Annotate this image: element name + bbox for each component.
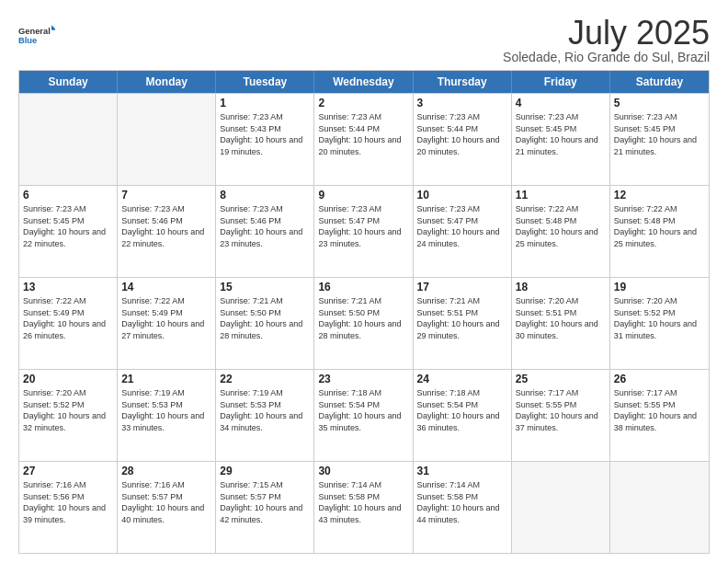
calendar-header: Sunday Monday Tuesday Wednesday Thursday…	[19, 71, 709, 93]
day-number: 7	[121, 189, 211, 201]
day-number: 25	[516, 373, 606, 385]
calendar-body: 1 Sunrise: 7:23 AMSunset: 5:43 PMDayligh…	[19, 93, 709, 553]
day-number: 6	[23, 189, 113, 201]
logo-svg: General Blue	[18, 17, 55, 53]
table-row: 24 Sunrise: 7:18 AMSunset: 5:54 PMDaylig…	[414, 370, 512, 461]
col-thursday: Thursday	[414, 71, 512, 93]
day-info: Sunrise: 7:23 AMSunset: 5:45 PMDaylight:…	[516, 111, 606, 157]
day-number: 23	[318, 373, 408, 385]
day-number: 16	[318, 281, 408, 293]
svg-text:Blue: Blue	[18, 36, 37, 45]
col-tuesday: Tuesday	[216, 71, 314, 93]
logo: General Blue	[18, 17, 55, 53]
day-info: Sunrise: 7:23 AMSunset: 5:44 PMDaylight:…	[417, 111, 507, 157]
table-row: 30 Sunrise: 7:14 AMSunset: 5:58 PMDaylig…	[314, 462, 413, 553]
table-row: 31 Sunrise: 7:14 AMSunset: 5:58 PMDaylig…	[414, 462, 512, 553]
day-info: Sunrise: 7:19 AMSunset: 5:53 PMDaylight:…	[121, 387, 211, 433]
day-number: 5	[614, 97, 705, 109]
day-number: 3	[417, 97, 507, 109]
table-row: 28 Sunrise: 7:16 AMSunset: 5:57 PMDaylig…	[118, 462, 216, 553]
table-row: 3 Sunrise: 7:23 AMSunset: 5:44 PMDayligh…	[414, 94, 512, 185]
day-info: Sunrise: 7:23 AMSunset: 5:47 PMDaylight:…	[417, 203, 507, 249]
day-number: 22	[220, 373, 310, 385]
day-info: Sunrise: 7:23 AMSunset: 5:43 PMDaylight:…	[220, 111, 310, 157]
week-row-3: 13 Sunrise: 7:22 AMSunset: 5:49 PMDaylig…	[19, 277, 709, 369]
table-row: 22 Sunrise: 7:19 AMSunset: 5:53 PMDaylig…	[216, 370, 314, 461]
day-info: Sunrise: 7:16 AMSunset: 5:57 PMDaylight:…	[121, 479, 211, 525]
day-info: Sunrise: 7:17 AMSunset: 5:55 PMDaylight:…	[614, 387, 705, 433]
week-row-2: 6 Sunrise: 7:23 AMSunset: 5:45 PMDayligh…	[19, 185, 709, 277]
day-number: 4	[516, 97, 606, 109]
table-row: 1 Sunrise: 7:23 AMSunset: 5:43 PMDayligh…	[216, 94, 314, 185]
month-title: July 2025	[503, 17, 710, 50]
svg-marker-2	[51, 25, 55, 29]
day-info: Sunrise: 7:17 AMSunset: 5:55 PMDaylight:…	[516, 387, 606, 433]
table-row: 8 Sunrise: 7:23 AMSunset: 5:46 PMDayligh…	[216, 186, 314, 277]
table-row: 15 Sunrise: 7:21 AMSunset: 5:50 PMDaylig…	[216, 278, 314, 369]
table-row: 23 Sunrise: 7:18 AMSunset: 5:54 PMDaylig…	[314, 370, 413, 461]
day-info: Sunrise: 7:15 AMSunset: 5:57 PMDaylight:…	[220, 479, 310, 525]
day-info: Sunrise: 7:23 AMSunset: 5:44 PMDaylight:…	[318, 111, 408, 157]
table-row: 13 Sunrise: 7:22 AMSunset: 5:49 PMDaylig…	[19, 278, 118, 369]
day-info: Sunrise: 7:23 AMSunset: 5:46 PMDaylight:…	[121, 203, 211, 249]
table-row: 20 Sunrise: 7:20 AMSunset: 5:52 PMDaylig…	[19, 370, 118, 461]
table-row: 4 Sunrise: 7:23 AMSunset: 5:45 PMDayligh…	[512, 94, 610, 185]
table-row: 7 Sunrise: 7:23 AMSunset: 5:46 PMDayligh…	[118, 186, 216, 277]
day-number: 17	[417, 281, 507, 293]
day-info: Sunrise: 7:14 AMSunset: 5:58 PMDaylight:…	[417, 479, 507, 525]
day-info: Sunrise: 7:16 AMSunset: 5:56 PMDaylight:…	[23, 479, 113, 525]
table-row: 2 Sunrise: 7:23 AMSunset: 5:44 PMDayligh…	[314, 94, 413, 185]
day-number: 20	[23, 373, 113, 385]
day-number: 28	[121, 465, 211, 477]
day-number: 13	[23, 281, 113, 293]
table-row: 19 Sunrise: 7:20 AMSunset: 5:52 PMDaylig…	[610, 278, 709, 369]
day-number: 11	[516, 189, 606, 201]
week-row-5: 27 Sunrise: 7:16 AMSunset: 5:56 PMDaylig…	[19, 461, 709, 553]
table-row: 12 Sunrise: 7:22 AMSunset: 5:48 PMDaylig…	[610, 186, 709, 277]
day-info: Sunrise: 7:22 AMSunset: 5:48 PMDaylight:…	[516, 203, 606, 249]
table-row: 27 Sunrise: 7:16 AMSunset: 5:56 PMDaylig…	[19, 462, 118, 553]
table-row: 11 Sunrise: 7:22 AMSunset: 5:48 PMDaylig…	[512, 186, 610, 277]
week-row-4: 20 Sunrise: 7:20 AMSunset: 5:52 PMDaylig…	[19, 369, 709, 461]
table-row: 10 Sunrise: 7:23 AMSunset: 5:47 PMDaylig…	[414, 186, 512, 277]
day-number: 19	[614, 281, 705, 293]
day-info: Sunrise: 7:23 AMSunset: 5:46 PMDaylight:…	[220, 203, 310, 249]
table-row: 26 Sunrise: 7:17 AMSunset: 5:55 PMDaylig…	[610, 370, 709, 461]
day-number: 31	[417, 465, 507, 477]
day-info: Sunrise: 7:18 AMSunset: 5:54 PMDaylight:…	[318, 387, 408, 433]
day-info: Sunrise: 7:18 AMSunset: 5:54 PMDaylight:…	[417, 387, 507, 433]
day-info: Sunrise: 7:14 AMSunset: 5:58 PMDaylight:…	[318, 479, 408, 525]
day-number: 27	[23, 465, 113, 477]
day-info: Sunrise: 7:23 AMSunset: 5:45 PMDaylight:…	[614, 111, 705, 157]
day-number: 26	[614, 373, 705, 385]
day-number: 24	[417, 373, 507, 385]
day-number: 9	[318, 189, 408, 201]
day-number: 12	[614, 189, 705, 201]
table-row: 9 Sunrise: 7:23 AMSunset: 5:47 PMDayligh…	[314, 186, 413, 277]
day-number: 21	[121, 373, 211, 385]
day-info: Sunrise: 7:21 AMSunset: 5:50 PMDaylight:…	[318, 295, 408, 341]
day-info: Sunrise: 7:21 AMSunset: 5:50 PMDaylight:…	[220, 295, 310, 341]
page-header: General Blue July 2025 Soledade, Rio Gra…	[18, 17, 710, 64]
day-info: Sunrise: 7:20 AMSunset: 5:51 PMDaylight:…	[516, 295, 606, 341]
day-number: 18	[516, 281, 606, 293]
day-number: 14	[121, 281, 211, 293]
table-row	[610, 462, 709, 553]
day-number: 1	[220, 97, 310, 109]
calendar: Sunday Monday Tuesday Wednesday Thursday…	[18, 70, 710, 554]
table-row: 16 Sunrise: 7:21 AMSunset: 5:50 PMDaylig…	[314, 278, 413, 369]
table-row	[118, 94, 216, 185]
day-number: 29	[220, 465, 310, 477]
day-info: Sunrise: 7:22 AMSunset: 5:49 PMDaylight:…	[23, 295, 113, 341]
table-row: 18 Sunrise: 7:20 AMSunset: 5:51 PMDaylig…	[512, 278, 610, 369]
table-row: 6 Sunrise: 7:23 AMSunset: 5:45 PMDayligh…	[19, 186, 118, 277]
day-number: 15	[220, 281, 310, 293]
week-row-1: 1 Sunrise: 7:23 AMSunset: 5:43 PMDayligh…	[19, 93, 709, 185]
day-info: Sunrise: 7:23 AMSunset: 5:47 PMDaylight:…	[318, 203, 408, 249]
day-info: Sunrise: 7:22 AMSunset: 5:48 PMDaylight:…	[614, 203, 705, 249]
col-sunday: Sunday	[19, 71, 118, 93]
day-info: Sunrise: 7:22 AMSunset: 5:49 PMDaylight:…	[121, 295, 211, 341]
location: Soledade, Rio Grande do Sul, Brazil	[503, 50, 710, 64]
table-row: 29 Sunrise: 7:15 AMSunset: 5:57 PMDaylig…	[216, 462, 314, 553]
table-row: 21 Sunrise: 7:19 AMSunset: 5:53 PMDaylig…	[118, 370, 216, 461]
